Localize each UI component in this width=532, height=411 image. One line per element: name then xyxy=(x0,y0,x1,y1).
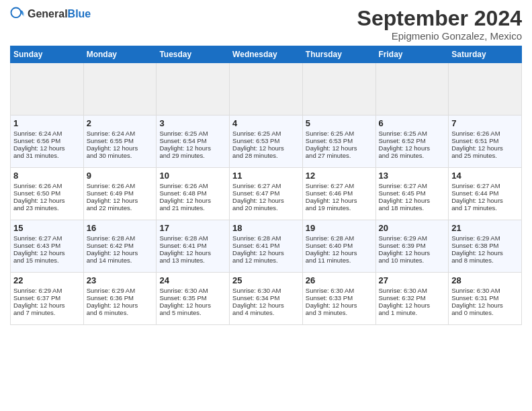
day-number: 27 xyxy=(379,275,446,285)
day-info: Sunrise: 6:30 AM xyxy=(232,287,300,294)
table-cell: 13Sunrise: 6:27 AMSunset: 6:45 PMDayligh… xyxy=(375,168,449,220)
day-number: 5 xyxy=(306,118,373,128)
day-info: Sunrise: 6:26 AM xyxy=(451,130,519,137)
th-sunday: Sunday xyxy=(11,46,84,63)
day-info: Sunset: 6:49 PM xyxy=(87,189,154,197)
day-info: Sunrise: 6:29 AM xyxy=(379,234,446,242)
day-number: 28 xyxy=(451,275,519,285)
day-info: Daylight: 12 hours xyxy=(159,249,226,257)
table-cell: 14Sunrise: 6:27 AMSunset: 6:44 PMDayligh… xyxy=(449,168,522,220)
day-info: Sunrise: 6:28 AM xyxy=(306,234,373,242)
day-info: Sunset: 6:55 PM xyxy=(87,137,154,144)
table-cell: 16Sunrise: 6:28 AMSunset: 6:42 PMDayligh… xyxy=(83,220,157,273)
day-info: and 27 minutes. xyxy=(306,152,373,159)
day-number: 6 xyxy=(379,118,446,128)
day-number: 15 xyxy=(13,223,81,233)
day-info: Sunrise: 6:27 AM xyxy=(306,182,373,189)
day-info: Daylight: 12 hours xyxy=(87,144,154,152)
logo-blue: Blue xyxy=(68,9,91,19)
calendar-row: 1Sunrise: 6:24 AMSunset: 6:56 PMDaylight… xyxy=(11,116,522,168)
main-title: September 2024 xyxy=(357,7,522,30)
day-info: Daylight: 12 hours xyxy=(232,144,300,152)
table-cell: 8Sunrise: 6:26 AMSunset: 6:50 PMDaylight… xyxy=(11,168,84,220)
day-info: Sunrise: 6:27 AM xyxy=(451,182,519,189)
day-info: Sunrise: 6:29 AM xyxy=(87,287,154,294)
day-info: and 31 minutes. xyxy=(13,152,81,159)
day-info: Daylight: 12 hours xyxy=(13,302,81,309)
day-info: and 19 minutes. xyxy=(306,204,373,212)
day-number: 4 xyxy=(232,118,300,128)
table-cell xyxy=(449,63,522,116)
table-cell: 3Sunrise: 6:25 AMSunset: 6:54 PMDaylight… xyxy=(157,116,230,168)
day-info: and 25 minutes. xyxy=(451,152,519,159)
day-info: Sunrise: 6:29 AM xyxy=(13,287,81,294)
day-info: Sunrise: 6:26 AM xyxy=(13,182,81,189)
day-number: 20 xyxy=(379,223,446,233)
day-info: Sunrise: 6:30 AM xyxy=(451,287,519,294)
day-info: Sunrise: 6:26 AM xyxy=(159,182,226,189)
table-cell: 23Sunrise: 6:29 AMSunset: 6:36 PMDayligh… xyxy=(83,273,157,325)
calendar-row xyxy=(11,63,522,116)
day-number: 23 xyxy=(87,275,154,285)
day-number: 10 xyxy=(159,171,226,181)
table-cell xyxy=(230,63,303,116)
day-info: and 11 minutes. xyxy=(306,257,373,264)
table-cell: 27Sunrise: 6:30 AMSunset: 6:32 PMDayligh… xyxy=(375,273,449,325)
table-cell: 28Sunrise: 6:30 AMSunset: 6:31 PMDayligh… xyxy=(449,273,522,325)
day-info: and 7 minutes. xyxy=(13,309,81,316)
day-info: Daylight: 12 hours xyxy=(232,302,300,309)
page-container: General Blue September 2024 Epigmenio Go… xyxy=(0,0,532,332)
day-info: Sunset: 6:44 PM xyxy=(451,189,519,197)
table-cell xyxy=(302,63,375,116)
day-info: Sunrise: 6:25 AM xyxy=(232,130,300,137)
header-row: Sunday Monday Tuesday Wednesday Thursday… xyxy=(11,46,522,63)
table-cell: 21Sunrise: 6:29 AMSunset: 6:38 PMDayligh… xyxy=(449,220,522,273)
day-info: and 14 minutes. xyxy=(87,257,154,264)
calendar-row: 8Sunrise: 6:26 AMSunset: 6:50 PMDaylight… xyxy=(11,168,522,220)
day-info: Sunrise: 6:28 AM xyxy=(159,234,226,242)
day-info: Sunset: 6:33 PM xyxy=(306,294,373,302)
day-info: and 12 minutes. xyxy=(232,257,300,264)
th-friday: Friday xyxy=(375,46,449,63)
svg-point-0 xyxy=(11,7,21,17)
day-info: and 13 minutes. xyxy=(159,257,226,264)
day-info: Sunset: 6:37 PM xyxy=(13,294,81,302)
day-number: 3 xyxy=(159,118,226,128)
header: General Blue September 2024 Epigmenio Go… xyxy=(10,7,522,42)
day-info: and 5 minutes. xyxy=(159,309,226,316)
day-info: and 4 minutes. xyxy=(232,309,300,316)
day-info: and 10 minutes. xyxy=(379,257,446,264)
day-info: Sunset: 6:34 PM xyxy=(232,294,300,302)
day-info: Sunrise: 6:28 AM xyxy=(87,234,154,242)
day-info: Sunset: 6:42 PM xyxy=(87,242,154,249)
table-cell: 24Sunrise: 6:30 AMSunset: 6:35 PMDayligh… xyxy=(157,273,230,325)
day-info: Daylight: 12 hours xyxy=(379,249,446,257)
day-info: and 1 minute. xyxy=(379,309,446,316)
calendar-row: 22Sunrise: 6:29 AMSunset: 6:37 PMDayligh… xyxy=(11,273,522,325)
day-info: Sunset: 6:35 PM xyxy=(159,294,226,302)
day-info: Sunset: 6:53 PM xyxy=(306,137,373,144)
subtitle: Epigmenio Gonzalez, Mexico xyxy=(357,30,522,42)
day-number: 9 xyxy=(87,171,154,181)
table-cell: 2Sunrise: 6:24 AMSunset: 6:55 PMDaylight… xyxy=(83,116,157,168)
day-info: Sunset: 6:50 PM xyxy=(13,189,81,197)
day-info: Sunrise: 6:30 AM xyxy=(159,287,226,294)
day-info: Daylight: 12 hours xyxy=(306,144,373,152)
day-info: Daylight: 12 hours xyxy=(13,249,81,257)
logo: General Blue xyxy=(10,7,91,21)
th-monday: Monday xyxy=(83,46,157,63)
table-cell: 12Sunrise: 6:27 AMSunset: 6:46 PMDayligh… xyxy=(302,168,375,220)
day-info: Sunrise: 6:30 AM xyxy=(306,287,373,294)
logo-text: General Blue xyxy=(28,9,91,19)
day-info: Sunrise: 6:27 AM xyxy=(379,182,446,189)
day-info: Daylight: 12 hours xyxy=(451,197,519,204)
day-number: 11 xyxy=(232,171,300,181)
th-saturday: Saturday xyxy=(449,46,522,63)
day-number: 2 xyxy=(87,118,154,128)
day-number: 13 xyxy=(379,171,446,181)
day-info: Sunrise: 6:26 AM xyxy=(87,182,154,189)
day-info: Daylight: 12 hours xyxy=(451,302,519,309)
day-info: Sunset: 6:46 PM xyxy=(306,189,373,197)
table-cell xyxy=(157,63,230,116)
table-cell: 25Sunrise: 6:30 AMSunset: 6:34 PMDayligh… xyxy=(230,273,303,325)
